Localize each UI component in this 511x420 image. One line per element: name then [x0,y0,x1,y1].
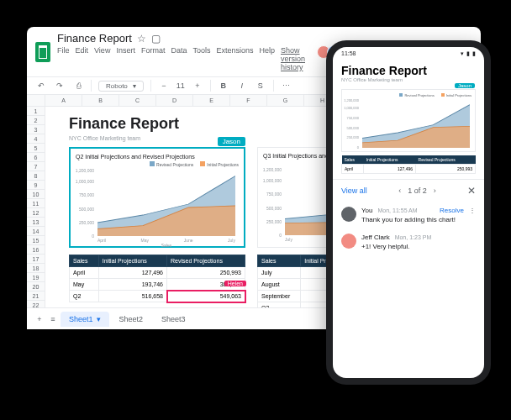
view-all-link[interactable]: View all [341,186,367,195]
comment-author: Jeff Clark [361,234,390,241]
menu-tools[interactable]: Tools [192,46,210,71]
battery-icon: ▮ [472,50,476,57]
tab-sheet2[interactable]: Sheet2 [111,312,152,327]
avatar [341,234,356,249]
resolve-button[interactable]: Resolve [440,207,464,214]
wifi-icon: ▾ [461,50,464,57]
row-headers: 123456789101112131415161718192021222324 [27,107,45,328]
mobile-preview: 11:58 ▾▮▮ Finance Report NYC Office Mark… [326,40,491,385]
comment-author: You [361,207,373,214]
close-button[interactable]: ✕ [467,185,476,197]
menu-extensions[interactable]: Extensions [216,46,253,71]
comment: Jeff Clark Mon, 1:23 PM +1! Very helpful… [333,228,484,255]
collaborator-label-jason: Jason [455,83,475,88]
menu-data[interactable]: Data [171,46,187,71]
menubar: File Edit View Insert Format Data Tools … [57,46,313,71]
signal-icon: ▮ [466,50,470,57]
strike-button[interactable]: S [255,80,266,92]
col-header[interactable]: E [193,95,230,106]
menu-view[interactable]: View [94,46,110,71]
document-name[interactable]: Finance Report ☆ ▢ [57,32,313,45]
menu-file[interactable]: File [57,46,70,71]
comment: You Mon, 11:55 AM Resolve ⋮ Thank you fo… [333,202,484,228]
menu-help[interactable]: Help [259,46,275,71]
phone-time: 11:58 [341,50,356,57]
phone-chart[interactable]: Jason Revised Projections Initial Projec… [341,89,476,152]
avatar [341,207,356,222]
add-sheet-button[interactable]: + [34,313,45,325]
chevron-down-icon: ▾ [133,82,136,90]
menu-edit[interactable]: Edit [76,46,89,71]
phone-statusbar: 11:58 ▾▮▮ [333,47,484,60]
phone-table[interactable]: SalesInitial ProjectionsRevised Projecti… [341,155,476,174]
active-cell: 549,063Helen [167,291,245,302]
table-q2[interactable]: SalesInitial ProjectionsRevised Projecti… [69,255,245,302]
col-header[interactable]: D [156,95,193,106]
page-title: Finance Report [69,115,179,133]
tab-sheet1[interactable]: Sheet1▾ [61,312,109,327]
chevron-down-icon: ▾ [97,315,101,323]
font-size[interactable]: 11 [176,81,185,90]
col-header[interactable]: G [267,95,304,106]
more-button[interactable]: ⋯ [281,80,292,92]
comment-text: Thank you for adding this chart! [361,216,476,223]
chart-q2[interactable]: Jason Q2 Initial Projections and Revised… [69,147,245,248]
comment-time: Mon, 1:23 PM [395,234,432,240]
italic-button[interactable]: I [236,80,248,92]
chart-title: Q2 Initial Projections and Revised Proje… [76,154,239,160]
chart-legend: Revised Projections Initial Projections [345,93,471,97]
tab-sheet3[interactable]: Sheet3 [153,312,194,327]
menu-format[interactable]: Format [141,46,166,71]
menu-version-history[interactable]: Show version history [281,46,313,71]
pager-text: 1 of 2 [408,186,427,195]
comment-time: Mon, 11:55 AM [378,207,418,213]
prev-button[interactable]: ‹ [398,186,401,195]
undo-button[interactable]: ↶ [35,80,47,92]
collaborator-label-helen: Helen [224,281,246,286]
all-sheets-button[interactable]: ≡ [47,313,59,325]
folder-icon[interactable]: ▢ [151,33,161,45]
phone-title: Finance Report [333,60,484,77]
print-button[interactable]: ⎙ [72,80,84,92]
document-name-text: Finance Report [57,32,132,45]
phone-comment-nav: View all ‹ 1 of 2 › ✕ [333,179,484,202]
star-icon[interactable]: ☆ [137,33,146,45]
comment-text: +1! Very helpful. [361,243,476,250]
chart-legend: Revised Projections Initial Projections [76,161,239,167]
col-header[interactable]: F [230,95,267,106]
sheets-logo-icon [35,42,50,62]
redo-button[interactable]: ↷ [54,80,66,92]
col-header[interactable]: C [119,95,156,106]
col-header[interactable]: B [82,95,119,106]
bold-button[interactable]: B [218,80,229,92]
font-select[interactable]: Roboto▾ [98,81,144,92]
collaborator-label-jason: Jason [218,137,245,146]
chart-plot: 0250,000500,000750,0001,000,0001,200,000… [97,171,235,236]
next-button[interactable]: › [434,186,436,195]
col-header[interactable]: A [45,95,82,106]
page-subtitle: NYC Office Marketing team [69,135,140,141]
font-dec[interactable]: − [158,80,170,92]
menu-insert[interactable]: Insert [116,46,135,71]
font-inc[interactable]: + [192,80,203,92]
more-icon[interactable]: ⋮ [469,207,476,214]
